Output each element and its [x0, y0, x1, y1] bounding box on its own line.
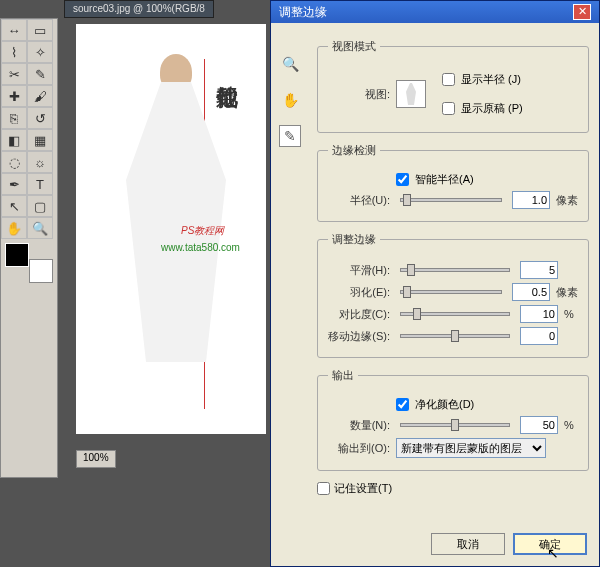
output-to-select[interactable]: 新建带有图层蒙版的图层: [396, 438, 546, 458]
smooth-label: 平滑(H):: [328, 263, 390, 278]
adjust-edge-group: 调整边缘 平滑(H): 羽化(E): 像素 对比度(C): % 移动边缘(S):: [317, 232, 589, 358]
fg-color-swatch[interactable]: [5, 243, 29, 267]
radius-slider[interactable]: [400, 198, 502, 202]
output-to-label: 输出到(O):: [328, 441, 390, 456]
dialog-titlebar[interactable]: 调整边缘 ✕: [271, 1, 599, 23]
amount-slider[interactable]: [400, 423, 510, 427]
show-radius-label: 显示半径 (J): [461, 72, 521, 87]
radius-unit: 像素: [556, 193, 578, 208]
amount-unit: %: [564, 419, 574, 431]
output-legend: 输出: [328, 368, 358, 383]
crop-tool-icon[interactable]: ✂: [1, 63, 27, 85]
document-tab[interactable]: source03.jpg @ 100%(RGB/8: [64, 0, 214, 18]
decontaminate-label: 净化颜色(D): [415, 397, 474, 412]
shift-slider[interactable]: [400, 334, 510, 338]
show-original-label: 显示原稿 (P): [461, 101, 523, 116]
view-label: 视图:: [328, 87, 390, 102]
cursor-icon: ↖: [547, 545, 559, 561]
dodge-tool-icon[interactable]: ☼: [27, 151, 53, 173]
contrast-label: 对比度(C):: [328, 307, 390, 322]
show-radius-checkbox[interactable]: [442, 73, 455, 86]
shift-label: 移动边缘(S):: [328, 329, 390, 344]
history-brush-icon[interactable]: ↺: [27, 107, 53, 129]
refine-brush-icon[interactable]: ✎: [279, 125, 301, 147]
bg-color-swatch[interactable]: [29, 259, 53, 283]
stamp-tool-icon[interactable]: ⎘: [1, 107, 27, 129]
contrast-unit: %: [564, 308, 574, 320]
shape-tool-icon[interactable]: ▢: [27, 195, 53, 217]
edge-detect-group: 边缘检测 智能半径(A) 半径(U): 像素: [317, 143, 589, 222]
cancel-button[interactable]: 取消: [431, 533, 505, 555]
dialog-title-text: 调整边缘: [279, 4, 327, 20]
shift-input[interactable]: [520, 327, 558, 345]
adjust-edge-legend: 调整边缘: [328, 232, 380, 247]
canvas-area: 他她我帮你 PS教程网 www.tata580.com 100%: [64, 18, 294, 478]
zoom-level[interactable]: 100%: [76, 450, 116, 468]
heal-tool-icon[interactable]: ✚: [1, 85, 27, 107]
color-swatches[interactable]: [5, 243, 53, 283]
decontaminate-checkbox[interactable]: [396, 398, 409, 411]
smooth-input[interactable]: [520, 261, 558, 279]
smart-radius-label: 智能半径(A): [415, 172, 474, 187]
blur-tool-icon[interactable]: ◌: [1, 151, 27, 173]
hand-icon[interactable]: ✋: [279, 89, 301, 111]
output-group: 输出 净化颜色(D) 数量(N): % 输出到(O): 新建带有图层蒙版的图层: [317, 368, 589, 471]
smooth-slider[interactable]: [400, 268, 510, 272]
document-canvas[interactable]: 他她我帮你 PS教程网 www.tata580.com: [76, 24, 266, 434]
subject-figure: [126, 54, 226, 384]
remember-checkbox[interactable]: [317, 482, 330, 495]
contrast-slider[interactable]: [400, 312, 510, 316]
path-tool-icon[interactable]: ↖: [1, 195, 27, 217]
smart-radius-checkbox[interactable]: [396, 173, 409, 186]
watermark-text-3: www.tata580.com: [161, 242, 240, 253]
feather-label: 羽化(E):: [328, 285, 390, 300]
watermark-text-2: PS教程网: [181, 224, 224, 238]
move-tool-icon[interactable]: ↔: [1, 19, 27, 41]
radius-label: 半径(U):: [328, 193, 390, 208]
radius-input[interactable]: [512, 191, 550, 209]
type-tool-icon[interactable]: T: [27, 173, 53, 195]
feather-slider[interactable]: [400, 290, 502, 294]
amount-input[interactable]: [520, 416, 558, 434]
feather-input[interactable]: [512, 283, 550, 301]
zoom-tool-icon[interactable]: 🔍: [27, 217, 53, 239]
wand-tool-icon[interactable]: ✧: [27, 41, 53, 63]
show-original-checkbox[interactable]: [442, 102, 455, 115]
lasso-tool-icon[interactable]: ⌇: [1, 41, 27, 63]
hand-tool-icon[interactable]: ✋: [1, 217, 27, 239]
tools-panel: ↔ ▭ ⌇ ✧ ✂ ✎ ✚ 🖌 ⎘ ↺ ◧ ▦ ◌ ☼ ✒ T ↖ ▢ ✋ 🔍: [0, 18, 58, 478]
pen-tool-icon[interactable]: ✒: [1, 173, 27, 195]
dialog-side-tools: 🔍 ✋ ✎: [279, 53, 301, 147]
brush-tool-icon[interactable]: 🖌: [27, 85, 53, 107]
marquee-tool-icon[interactable]: ▭: [27, 19, 53, 41]
view-preview-thumb[interactable]: [396, 80, 426, 108]
view-mode-group: 视图模式 视图: 显示半径 (J) 显示原稿 (P): [317, 39, 589, 133]
amount-label: 数量(N):: [328, 418, 390, 433]
zoom-icon[interactable]: 🔍: [279, 53, 301, 75]
contrast-input[interactable]: [520, 305, 558, 323]
eyedropper-tool-icon[interactable]: ✎: [27, 63, 53, 85]
refine-edge-dialog: 调整边缘 ✕ 🔍 ✋ ✎ 视图模式 视图: 显示半径 (J) 显示原稿 (P) …: [270, 0, 600, 567]
view-mode-legend: 视图模式: [328, 39, 380, 54]
eraser-tool-icon[interactable]: ◧: [1, 129, 27, 151]
remember-label: 记住设置(T): [334, 481, 392, 496]
edge-detect-legend: 边缘检测: [328, 143, 380, 158]
feather-unit: 像素: [556, 285, 578, 300]
gradient-tool-icon[interactable]: ▦: [27, 129, 53, 151]
close-icon[interactable]: ✕: [573, 4, 591, 20]
